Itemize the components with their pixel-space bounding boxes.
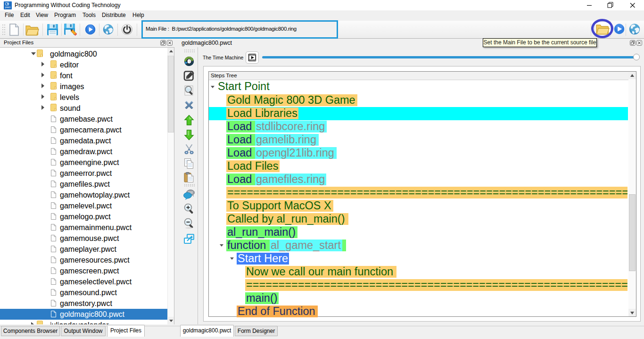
svg-text:pwct: pwct [5,6,11,8]
